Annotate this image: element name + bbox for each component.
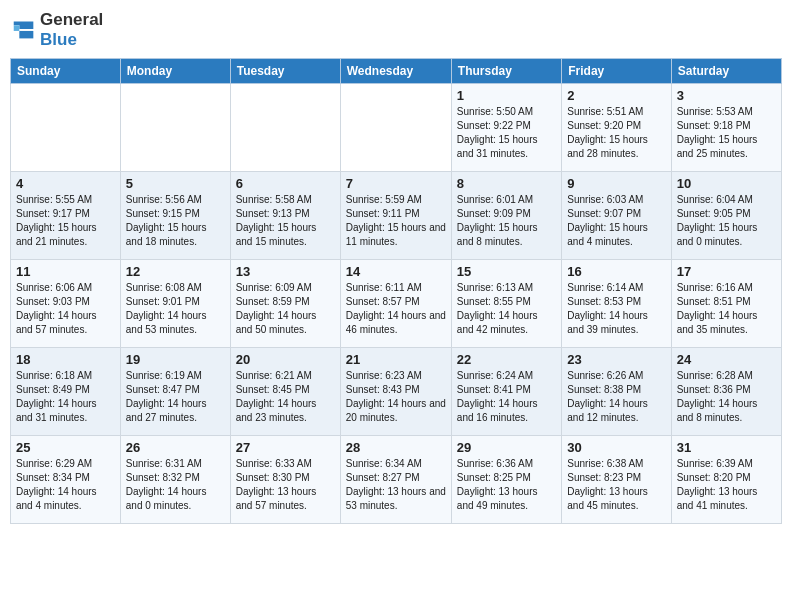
day-number: 6 (236, 176, 335, 191)
cell-content: Sunrise: 6:04 AM Sunset: 9:05 PM Dayligh… (677, 193, 776, 249)
calendar-cell: 19Sunrise: 6:19 AM Sunset: 8:47 PM Dayli… (120, 348, 230, 436)
calendar-cell: 1Sunrise: 5:50 AM Sunset: 9:22 PM Daylig… (451, 84, 561, 172)
cell-content: Sunrise: 6:36 AM Sunset: 8:25 PM Dayligh… (457, 457, 556, 513)
calendar-cell: 18Sunrise: 6:18 AM Sunset: 8:49 PM Dayli… (11, 348, 121, 436)
calendar-cell: 13Sunrise: 6:09 AM Sunset: 8:59 PM Dayli… (230, 260, 340, 348)
day-number: 8 (457, 176, 556, 191)
cell-content: Sunrise: 5:56 AM Sunset: 9:15 PM Dayligh… (126, 193, 225, 249)
calendar-cell: 23Sunrise: 6:26 AM Sunset: 8:38 PM Dayli… (562, 348, 671, 436)
weekday-header-thursday: Thursday (451, 59, 561, 84)
calendar-cell: 6Sunrise: 5:58 AM Sunset: 9:13 PM Daylig… (230, 172, 340, 260)
day-number: 3 (677, 88, 776, 103)
calendar-week-2: 4Sunrise: 5:55 AM Sunset: 9:17 PM Daylig… (11, 172, 782, 260)
calendar-cell: 15Sunrise: 6:13 AM Sunset: 8:55 PM Dayli… (451, 260, 561, 348)
day-number: 28 (346, 440, 446, 455)
calendar-cell: 3Sunrise: 5:53 AM Sunset: 9:18 PM Daylig… (671, 84, 781, 172)
day-number: 9 (567, 176, 665, 191)
calendar-cell: 7Sunrise: 5:59 AM Sunset: 9:11 PM Daylig… (340, 172, 451, 260)
calendar-cell: 25Sunrise: 6:29 AM Sunset: 8:34 PM Dayli… (11, 436, 121, 524)
day-number: 30 (567, 440, 665, 455)
day-number: 4 (16, 176, 115, 191)
calendar-cell: 14Sunrise: 6:11 AM Sunset: 8:57 PM Dayli… (340, 260, 451, 348)
cell-content: Sunrise: 6:09 AM Sunset: 8:59 PM Dayligh… (236, 281, 335, 337)
weekday-header-monday: Monday (120, 59, 230, 84)
day-number: 11 (16, 264, 115, 279)
cell-content: Sunrise: 6:03 AM Sunset: 9:07 PM Dayligh… (567, 193, 665, 249)
logo-text: General Blue (40, 10, 103, 50)
day-number: 22 (457, 352, 556, 367)
calendar-week-1: 1Sunrise: 5:50 AM Sunset: 9:22 PM Daylig… (11, 84, 782, 172)
day-number: 7 (346, 176, 446, 191)
cell-content: Sunrise: 6:18 AM Sunset: 8:49 PM Dayligh… (16, 369, 115, 425)
logo: General Blue (10, 10, 103, 50)
calendar-table: SundayMondayTuesdayWednesdayThursdayFrid… (10, 58, 782, 524)
calendar-week-5: 25Sunrise: 6:29 AM Sunset: 8:34 PM Dayli… (11, 436, 782, 524)
day-number: 31 (677, 440, 776, 455)
calendar-cell: 22Sunrise: 6:24 AM Sunset: 8:41 PM Dayli… (451, 348, 561, 436)
day-number: 21 (346, 352, 446, 367)
cell-content: Sunrise: 6:16 AM Sunset: 8:51 PM Dayligh… (677, 281, 776, 337)
calendar-cell (340, 84, 451, 172)
calendar-cell (120, 84, 230, 172)
calendar-cell: 31Sunrise: 6:39 AM Sunset: 8:20 PM Dayli… (671, 436, 781, 524)
calendar-cell: 30Sunrise: 6:38 AM Sunset: 8:23 PM Dayli… (562, 436, 671, 524)
day-number: 10 (677, 176, 776, 191)
calendar-cell: 21Sunrise: 6:23 AM Sunset: 8:43 PM Dayli… (340, 348, 451, 436)
cell-content: Sunrise: 6:31 AM Sunset: 8:32 PM Dayligh… (126, 457, 225, 513)
cell-content: Sunrise: 6:26 AM Sunset: 8:38 PM Dayligh… (567, 369, 665, 425)
cell-content: Sunrise: 5:58 AM Sunset: 9:13 PM Dayligh… (236, 193, 335, 249)
day-number: 18 (16, 352, 115, 367)
cell-content: Sunrise: 6:19 AM Sunset: 8:47 PM Dayligh… (126, 369, 225, 425)
calendar-cell: 29Sunrise: 6:36 AM Sunset: 8:25 PM Dayli… (451, 436, 561, 524)
calendar-cell: 10Sunrise: 6:04 AM Sunset: 9:05 PM Dayli… (671, 172, 781, 260)
cell-content: Sunrise: 6:21 AM Sunset: 8:45 PM Dayligh… (236, 369, 335, 425)
day-number: 13 (236, 264, 335, 279)
calendar-cell: 8Sunrise: 6:01 AM Sunset: 9:09 PM Daylig… (451, 172, 561, 260)
weekday-header-tuesday: Tuesday (230, 59, 340, 84)
cell-content: Sunrise: 6:01 AM Sunset: 9:09 PM Dayligh… (457, 193, 556, 249)
day-number: 29 (457, 440, 556, 455)
day-number: 20 (236, 352, 335, 367)
logo-icon (10, 16, 38, 44)
cell-content: Sunrise: 6:24 AM Sunset: 8:41 PM Dayligh… (457, 369, 556, 425)
cell-content: Sunrise: 5:50 AM Sunset: 9:22 PM Dayligh… (457, 105, 556, 161)
calendar-week-3: 11Sunrise: 6:06 AM Sunset: 9:03 PM Dayli… (11, 260, 782, 348)
svg-marker-2 (14, 25, 20, 31)
day-number: 2 (567, 88, 665, 103)
calendar-cell (230, 84, 340, 172)
cell-content: Sunrise: 6:14 AM Sunset: 8:53 PM Dayligh… (567, 281, 665, 337)
page-header: General Blue (10, 10, 782, 50)
cell-content: Sunrise: 6:06 AM Sunset: 9:03 PM Dayligh… (16, 281, 115, 337)
calendar-cell: 26Sunrise: 6:31 AM Sunset: 8:32 PM Dayli… (120, 436, 230, 524)
day-number: 5 (126, 176, 225, 191)
day-number: 1 (457, 88, 556, 103)
day-number: 14 (346, 264, 446, 279)
calendar-cell: 12Sunrise: 6:08 AM Sunset: 9:01 PM Dayli… (120, 260, 230, 348)
day-number: 12 (126, 264, 225, 279)
cell-content: Sunrise: 6:23 AM Sunset: 8:43 PM Dayligh… (346, 369, 446, 425)
cell-content: Sunrise: 5:51 AM Sunset: 9:20 PM Dayligh… (567, 105, 665, 161)
cell-content: Sunrise: 6:38 AM Sunset: 8:23 PM Dayligh… (567, 457, 665, 513)
calendar-cell: 9Sunrise: 6:03 AM Sunset: 9:07 PM Daylig… (562, 172, 671, 260)
cell-content: Sunrise: 5:55 AM Sunset: 9:17 PM Dayligh… (16, 193, 115, 249)
calendar-cell: 16Sunrise: 6:14 AM Sunset: 8:53 PM Dayli… (562, 260, 671, 348)
weekday-header-friday: Friday (562, 59, 671, 84)
cell-content: Sunrise: 6:33 AM Sunset: 8:30 PM Dayligh… (236, 457, 335, 513)
cell-content: Sunrise: 5:53 AM Sunset: 9:18 PM Dayligh… (677, 105, 776, 161)
weekday-header-saturday: Saturday (671, 59, 781, 84)
day-number: 15 (457, 264, 556, 279)
day-number: 19 (126, 352, 225, 367)
calendar-cell: 2Sunrise: 5:51 AM Sunset: 9:20 PM Daylig… (562, 84, 671, 172)
calendar-cell: 17Sunrise: 6:16 AM Sunset: 8:51 PM Dayli… (671, 260, 781, 348)
day-number: 26 (126, 440, 225, 455)
day-number: 27 (236, 440, 335, 455)
cell-content: Sunrise: 5:59 AM Sunset: 9:11 PM Dayligh… (346, 193, 446, 249)
calendar-week-4: 18Sunrise: 6:18 AM Sunset: 8:49 PM Dayli… (11, 348, 782, 436)
cell-content: Sunrise: 6:29 AM Sunset: 8:34 PM Dayligh… (16, 457, 115, 513)
weekday-header-sunday: Sunday (11, 59, 121, 84)
weekday-header-wednesday: Wednesday (340, 59, 451, 84)
day-number: 16 (567, 264, 665, 279)
calendar-header: SundayMondayTuesdayWednesdayThursdayFrid… (11, 59, 782, 84)
cell-content: Sunrise: 6:28 AM Sunset: 8:36 PM Dayligh… (677, 369, 776, 425)
cell-content: Sunrise: 6:39 AM Sunset: 8:20 PM Dayligh… (677, 457, 776, 513)
